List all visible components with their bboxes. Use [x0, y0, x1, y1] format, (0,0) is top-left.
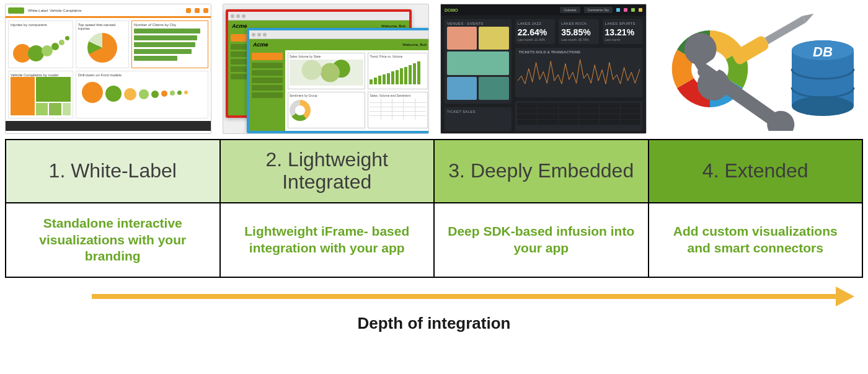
svg-rect-9 [764, 16, 806, 44]
legend-dot-icon [631, 8, 635, 12]
thumb-extend-tools: DB [658, 4, 863, 134]
kpi-label: LAKES SPORTS [605, 22, 640, 25]
col-desc-2: Lightweight iFrame- based integration wi… [220, 203, 435, 277]
arrow-head-icon [836, 287, 854, 306]
legend-dot-icon [624, 8, 627, 12]
col-title-4: 4. Extended [649, 140, 863, 203]
gear-icon [203, 8, 208, 13]
svg-rect-10 [730, 35, 770, 66]
integration-table: 1. White-Label 2. Lightweight Integrated… [5, 139, 863, 278]
acme-logo: Acme [232, 23, 247, 29]
logo-icon [8, 7, 24, 14]
domo-logo: DOMO [445, 8, 458, 12]
section-label: TICKET SALES [447, 110, 509, 114]
pie-icon [87, 33, 117, 63]
filter-pill: Commerce City [584, 7, 613, 13]
table-desc-row: Standalone interactive visualizations wi… [6, 203, 862, 277]
kpi-value: 13.21 [605, 27, 627, 37]
col-title-1: 1. White-Label [6, 140, 220, 203]
kpi-label: LAKES ROCK [561, 22, 596, 25]
depth-arrow [5, 287, 863, 311]
col-title-3: 3. Deeply Embedded [434, 140, 649, 203]
thumb-sdk-dashboard: DOMO Colorado Commerce City VENUES - EVE… [440, 4, 647, 134]
bell-icon [186, 8, 191, 13]
kpi-label: LAKES JAZZ [518, 22, 552, 25]
thumb1-title: White-Label: Vehicle Complaints [28, 9, 81, 12]
user-icon [195, 8, 200, 13]
database-icon: DB [792, 40, 854, 116]
sparkline-icon [518, 50, 640, 87]
thumb-iframe-integration: AcmeWelcome, Bob Sales Volume by State T… [223, 4, 429, 134]
legend-dot-icon [639, 8, 642, 12]
kpi-sub: Last month [605, 38, 640, 42]
kpi-sub: Last month: 21.40% [518, 38, 552, 42]
thumb-white-label-dashboard: White-Label: Vehicle Complaints Injuries… [5, 4, 211, 134]
tools-db-icon: DB [662, 7, 860, 131]
col-desc-3: Deep SDK-based infusion into your app [434, 203, 649, 277]
col-title-2: 2. Lightweight Integrated [220, 140, 435, 203]
kpi-value: 22.64 [518, 27, 539, 37]
db-label: DB [813, 44, 833, 60]
kpi-value: 35.85 [561, 27, 583, 37]
col-desc-1: Standalone interactive visualizations wi… [6, 203, 220, 277]
filter-pill: Colorado [560, 7, 580, 13]
legend-dot-icon [616, 8, 620, 12]
arrow-line-icon [92, 294, 838, 299]
table-header-row: 1. White-Label 2. Lightweight Integrated… [6, 140, 862, 203]
col-desc-4: Add custom visualizations and smart conn… [649, 203, 863, 277]
axis-caption: Depth of integration [5, 314, 863, 333]
thumbnail-row: White-Label: Vehicle Complaints Injuries… [5, 4, 863, 139]
section-label: VENUES - EVENTS [447, 22, 509, 25]
svg-point-4 [792, 96, 854, 116]
kpi-sub: Last month: 35.79% [561, 38, 596, 42]
data-table-icon [515, 101, 642, 131]
